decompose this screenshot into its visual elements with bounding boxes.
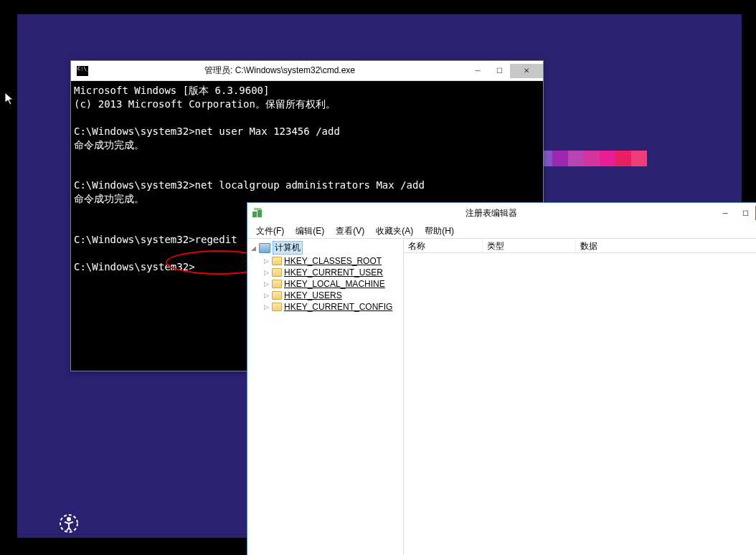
tree-root-computer[interactable]: ◢ 计算机	[247, 240, 403, 255]
tree-node-hklm[interactable]: ▷ HKEY_LOCAL_MACHINE	[247, 278, 403, 290]
cmd-titlebar[interactable]: 管理员: C:\Windows\system32\cmd.exe ─ ☐ ✕	[71, 61, 543, 81]
folder-icon	[272, 268, 282, 277]
minimize-button[interactable]: ─	[467, 64, 488, 78]
minimize-button[interactable]: ─	[715, 206, 735, 220]
regedit-title: 注册表编辑器	[268, 207, 715, 219]
list-header: 名称 类型 数据	[404, 239, 756, 253]
computer-icon	[259, 243, 270, 253]
expand-icon[interactable]: ▷	[263, 269, 270, 276]
registry-list[interactable]: 名称 类型 数据	[404, 239, 756, 555]
cmd-icon	[77, 66, 88, 76]
registry-tree[interactable]: ◢ 计算机 ▷ HKEY_CLASSES_ROOT ▷ HKEY_CURRENT…	[247, 239, 404, 555]
menu-edit[interactable]: 编辑(E)	[290, 223, 330, 238]
maximize-button[interactable]: ☐	[488, 64, 510, 78]
svg-rect-1	[257, 209, 262, 217]
regedit-icon	[252, 207, 263, 219]
col-name[interactable]: 名称	[404, 239, 483, 252]
menu-file[interactable]: 文件(F)	[250, 223, 290, 238]
folder-icon	[272, 303, 282, 311]
expand-icon[interactable]: ▷	[263, 292, 270, 299]
folder-icon	[272, 280, 282, 288]
col-data[interactable]: 数据	[576, 239, 756, 252]
tree-node-hkcu[interactable]: ▷ HKEY_CURRENT_USER	[247, 267, 403, 278]
desktop-background: 管理员: C:\Windows\system32\cmd.exe ─ ☐ ✕ M…	[17, 14, 742, 538]
ease-of-access-icon[interactable]	[57, 512, 80, 535]
svg-rect-2	[254, 208, 261, 210]
menu-favorites[interactable]: 收藏夹(A)	[370, 223, 419, 238]
svg-rect-0	[252, 212, 257, 217]
expand-icon[interactable]: ▷	[263, 257, 270, 265]
mouse-cursor	[4, 92, 16, 110]
menu-help[interactable]: 帮助(H)	[419, 223, 460, 238]
cmd-title: 管理员: C:\Windows\system32\cmd.exe	[93, 65, 467, 77]
collapse-icon[interactable]: ◢	[250, 245, 257, 252]
regedit-body: ◢ 计算机 ▷ HKEY_CLASSES_ROOT ▷ HKEY_CURRENT…	[247, 239, 756, 555]
menu-view[interactable]: 查看(V)	[330, 223, 370, 238]
expand-icon[interactable]: ▷	[263, 303, 270, 310]
folder-icon	[272, 291, 282, 300]
tree-node-hku[interactable]: ▷ HKEY_USERS	[247, 290, 403, 301]
regedit-titlebar[interactable]: 注册表编辑器 ─ ☐	[247, 203, 756, 223]
svg-point-4	[67, 518, 70, 521]
folder-icon	[272, 257, 282, 265]
tree-node-hkcc[interactable]: ▷ HKEY_CURRENT_CONFIG	[247, 301, 403, 313]
maximize-button[interactable]: ☐	[735, 206, 755, 220]
color-palette-strip	[537, 151, 647, 166]
regedit-menubar: 文件(F) 编辑(E) 查看(V) 收藏夹(A) 帮助(H)	[247, 223, 756, 239]
col-type[interactable]: 类型	[483, 239, 576, 252]
regedit-window[interactable]: 注册表编辑器 ─ ☐ 文件(F) 编辑(E) 查看(V) 收藏夹(A) 帮助(H…	[247, 202, 756, 555]
close-button[interactable]: ✕	[510, 64, 543, 78]
expand-icon[interactable]: ▷	[263, 280, 270, 288]
tree-node-hkcr[interactable]: ▷ HKEY_CLASSES_ROOT	[247, 255, 403, 267]
